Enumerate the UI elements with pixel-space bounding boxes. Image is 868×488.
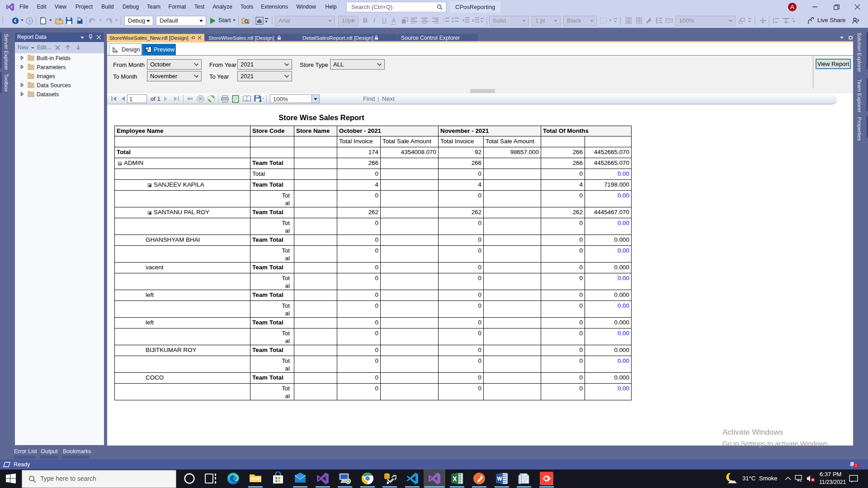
svg-text:2: 2: [443, 21, 444, 23]
svg-text:1: 1: [443, 18, 444, 20]
